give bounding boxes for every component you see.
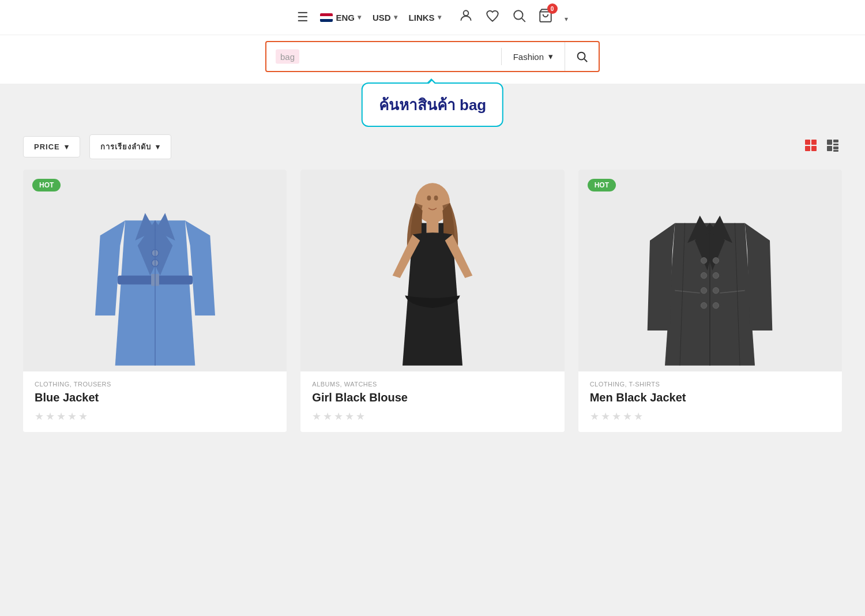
product-image-2 (300, 170, 564, 371)
view-toggle (802, 136, 842, 158)
sort-filter-button[interactable]: การเรียงลำดับ ▾ (89, 134, 171, 159)
links-label: LINKS (409, 13, 435, 22)
lang-chevron-icon: ▾ (358, 13, 361, 21)
grid-view-button[interactable] (802, 136, 820, 158)
star-2: ★ (46, 410, 55, 423)
svg-rect-23 (422, 223, 427, 238)
star-1: ★ (312, 410, 321, 423)
svg-rect-9 (811, 146, 817, 151)
search-tooltip: ค้นหาสินค้า bag (362, 82, 503, 127)
category-selector[interactable]: Fashion ▾ (502, 51, 565, 62)
star-5: ★ (634, 410, 643, 423)
category-label: Fashion (513, 52, 544, 62)
wishlist-icon-button[interactable] (485, 8, 500, 27)
search-container: bag Fashion ▾ ค้นหาสินค้า bag (265, 35, 600, 72)
language-label: ENG (336, 13, 355, 22)
product-name-2: Girl Black Blouse (312, 391, 552, 404)
account-menu-chevron[interactable]: ▾ (565, 10, 568, 25)
links-chevron-icon: ▾ (438, 13, 441, 21)
category-chevron-icon: ▾ (548, 51, 553, 62)
search-button[interactable] (565, 42, 599, 71)
currency-label: USD (373, 13, 391, 22)
svg-rect-12 (833, 144, 838, 145)
product-info-1: CLOTHING, TROUSERS Blue Jacket ★ ★ ★ ★ ★ (23, 371, 287, 432)
product-categories-1: CLOTHING, TROUSERS (35, 381, 275, 388)
svg-rect-22 (427, 221, 439, 234)
svg-rect-14 (833, 147, 838, 149)
svg-line-2 (521, 18, 525, 22)
tooltip-text: ค้นหาสินค้า bag (379, 96, 486, 114)
product-name-3: Men Black Jacket (590, 391, 830, 404)
currency-chevron-icon: ▾ (394, 13, 397, 21)
star-4: ★ (623, 410, 632, 423)
svg-rect-15 (833, 150, 838, 152)
hot-badge-1: HOT (32, 179, 61, 191)
sort-chevron-icon: ▾ (156, 142, 160, 151)
links-selector[interactable]: LINKS ▾ (409, 13, 441, 22)
product-card-1[interactable]: HOT (23, 170, 287, 432)
star-4: ★ (345, 410, 354, 423)
product-image-3: HOT (578, 170, 842, 371)
header-nav: ☰ ENG ▾ USD ▾ LINKS ▾ (297, 8, 567, 27)
product-card-2[interactable]: ALBUMS, WATCHES Girl Black Blouse ★ ★ ★ … (300, 170, 564, 432)
svg-point-27 (701, 257, 707, 263)
language-selector[interactable]: ENG ▾ (320, 13, 361, 22)
account-chevron-icon: ▾ (565, 15, 568, 23)
svg-point-31 (713, 257, 719, 263)
svg-rect-11 (833, 140, 838, 142)
star-2: ★ (601, 410, 610, 423)
price-filter-label: PRICE (34, 142, 60, 151)
product-info-2: ALBUMS, WATCHES Girl Black Blouse ★ ★ ★ … (300, 371, 564, 432)
svg-rect-7 (811, 140, 817, 145)
user-icon-button[interactable] (458, 8, 473, 27)
header: ☰ ENG ▾ USD ▾ LINKS ▾ (0, 0, 865, 35)
price-filter-button[interactable]: PRICE ▾ (23, 136, 80, 157)
cart-badge: 0 (547, 3, 558, 14)
svg-rect-13 (827, 146, 832, 151)
star-4: ★ (67, 410, 77, 423)
svg-point-4 (578, 52, 585, 60)
search-input-wrapper: bag (266, 51, 501, 62)
svg-rect-6 (805, 140, 810, 145)
svg-point-0 (463, 10, 468, 16)
product-image-1: HOT (23, 170, 287, 371)
products-grid: HOT (0, 170, 865, 455)
svg-rect-8 (805, 146, 810, 151)
currency-selector[interactable]: USD ▾ (373, 13, 397, 22)
star-1: ★ (590, 410, 599, 423)
star-3: ★ (57, 410, 66, 423)
product-stars-2: ★ ★ ★ ★ ★ (312, 410, 552, 423)
price-chevron-icon: ▾ (65, 142, 69, 151)
hot-badge-3: HOT (588, 179, 616, 191)
cart-icon-button[interactable]: 0 (538, 8, 553, 27)
header-icons: 0 ▾ (458, 8, 568, 27)
product-stars-3: ★ ★ ★ ★ ★ (590, 410, 830, 423)
svg-point-26 (434, 196, 438, 201)
search-icon-button[interactable] (512, 8, 526, 27)
star-2: ★ (323, 410, 332, 423)
svg-point-1 (514, 10, 522, 19)
svg-point-28 (701, 272, 707, 278)
svg-point-30 (701, 302, 707, 308)
filter-bar: PRICE ▾ การเรียงลำดับ ▾ (0, 124, 865, 170)
product-categories-3: CLOTHING, T-SHIRTS (590, 381, 830, 388)
star-5: ★ (78, 410, 88, 423)
svg-rect-24 (438, 223, 443, 238)
search-box: bag Fashion ▾ (265, 41, 600, 72)
svg-point-29 (701, 287, 707, 293)
product-card-3[interactable]: HOT (578, 170, 842, 432)
product-name-1: Blue Jacket (35, 391, 275, 404)
star-1: ★ (35, 410, 44, 423)
star-5: ★ (356, 410, 365, 423)
product-info-3: CLOTHING, T-SHIRTS Men Black Jacket ★ ★ … (578, 371, 842, 432)
hamburger-button[interactable]: ☰ (297, 10, 309, 25)
svg-point-34 (713, 302, 719, 308)
svg-point-32 (713, 272, 719, 278)
svg-rect-10 (827, 140, 832, 145)
product-categories-2: ALBUMS, WATCHES (312, 381, 552, 388)
list-view-button[interactable] (823, 136, 842, 158)
star-3: ★ (612, 410, 621, 423)
flag-icon (320, 13, 333, 22)
svg-point-33 (713, 287, 719, 293)
svg-point-25 (427, 196, 431, 201)
